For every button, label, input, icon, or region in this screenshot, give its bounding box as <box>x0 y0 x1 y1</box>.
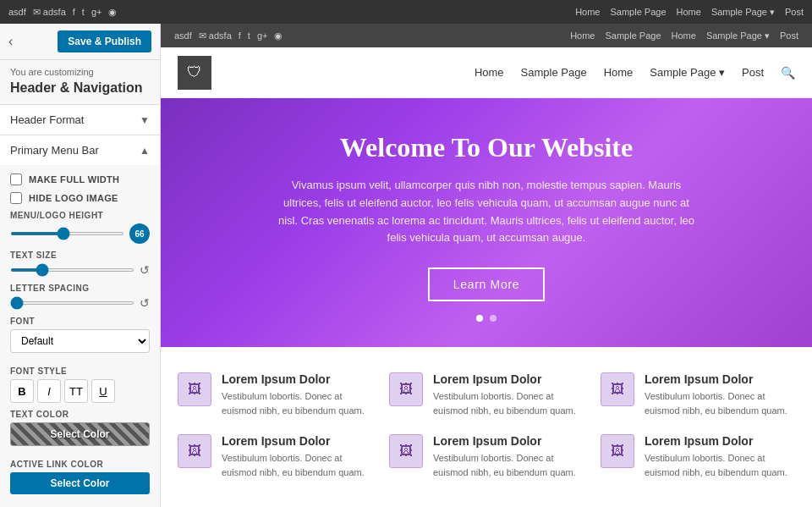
underline-button[interactable]: U <box>91 379 115 403</box>
primary-menu-bar-toggle[interactable]: Primary Menu Bar ▲ <box>0 135 160 165</box>
site-top-bar-left: asdf ✉ adsfa f t g+ ◉ <box>174 30 283 41</box>
feature-item-5: 🖼 Lorem Ipsum Dolor Vestibulum lobortis.… <box>389 434 584 479</box>
font-select[interactable]: Default <box>10 329 150 353</box>
feature-title-5: Lorem Ipsum Dolor <box>433 434 584 448</box>
feature-desc-1: Vestibulum lobortis. Donec at euismod ni… <box>222 389 372 417</box>
main-layout: ‹ Save & Publish You are customizing Hea… <box>0 24 812 507</box>
nav-home[interactable]: Home <box>475 66 504 79</box>
header-format-section: Header Format ▼ <box>0 104 160 135</box>
text-color-button[interactable]: Select Color <box>10 422 150 446</box>
site-logo: 🛡 <box>178 56 211 90</box>
hero-title: Welcome To Our Website <box>340 132 633 163</box>
admin-site-name: asdf <box>8 7 26 17</box>
sidebar-header: ‹ Save & Publish <box>0 24 160 60</box>
admin-nav-home2: Home <box>677 7 701 17</box>
feature-title-2: Lorem Ipsum Dolor <box>433 372 584 386</box>
admin-nav-post: Post <box>785 7 804 17</box>
back-button[interactable]: ‹ <box>8 34 13 49</box>
save-publish-button[interactable]: Save & Publish <box>58 30 151 52</box>
site-nav-bar: 🛡 Home Sample Page Home Sample Page ▾ Po… <box>161 47 812 98</box>
feature-text-6: Lorem Ipsum Dolor Vestibulum lobortis. D… <box>645 434 795 479</box>
nav-sample-page[interactable]: Sample Page <box>521 66 587 79</box>
font-label: FONT <box>10 317 150 326</box>
header-format-toggle[interactable]: Header Format ▼ <box>0 105 160 135</box>
nav-home2[interactable]: Home <box>604 66 634 79</box>
uppercase-button[interactable]: TT <box>64 379 88 403</box>
admin-nav-sample2: Sample Page ▾ <box>711 7 775 18</box>
header-format-label: Header Format <box>10 113 84 126</box>
customizing-label: You are customizing <box>0 60 160 79</box>
hero-dot-2[interactable] <box>490 315 497 322</box>
site-nav-sample: Sample Page <box>605 30 661 41</box>
feature-desc-3: Vestibulum lobortis. Donec at euismod ni… <box>645 389 795 417</box>
admin-rss: ◉ <box>108 7 117 18</box>
site-rss: ◉ <box>274 30 283 41</box>
menu-logo-height-row: 66 <box>10 223 150 244</box>
admin-email: ✉ adsfa <box>33 7 66 18</box>
site-nav-home2: Home <box>672 30 696 41</box>
site-tw: t <box>248 30 250 41</box>
text-size-label: TEXT SIZE <box>10 251 150 260</box>
feature-text-2: Lorem Ipsum Dolor Vestibulum lobortis. D… <box>433 372 584 417</box>
feature-desc-2: Vestibulum lobortis. Donec at euismod ni… <box>433 389 584 417</box>
primary-menu-bar-arrow: ▲ <box>140 145 150 157</box>
make-full-width-row: MAKE FULL WIDTH <box>10 174 150 185</box>
feature-text-4: Lorem Ipsum Dolor Vestibulum lobortis. D… <box>222 434 372 479</box>
hide-logo-checkbox[interactable] <box>10 192 22 204</box>
admin-nav-home: Home <box>575 7 600 17</box>
site-nav-sample2: Sample Page ▾ <box>706 30 770 41</box>
site-nav-post: Post <box>780 30 798 41</box>
preview-area: asdf ✉ adsfa f t g+ ◉ Home Sample Page H… <box>161 24 812 507</box>
text-size-reset[interactable]: ↺ <box>140 263 150 277</box>
make-full-width-checkbox[interactable] <box>10 174 22 185</box>
site-top-bar-right: Home Sample Page Home Sample Page ▾ Post <box>570 30 798 41</box>
feature-desc-4: Vestibulum lobortis. Donec at euismod ni… <box>222 451 372 479</box>
text-size-row: ↺ <box>10 263 150 277</box>
primary-menu-bar-content: MAKE FULL WIDTH HIDE LOGO IMAGE MENU/LOG… <box>0 165 160 507</box>
site-top-bar: asdf ✉ adsfa f t g+ ◉ Home Sample Page H… <box>161 24 812 47</box>
make-full-width-label: MAKE FULL WIDTH <box>29 174 119 185</box>
active-link-color-label: ACTIVE LINK COLOR <box>10 460 150 469</box>
admin-twitter: t <box>82 7 85 17</box>
italic-button[interactable]: I <box>37 379 61 403</box>
admin-bar-left: asdf ✉ adsfa f t g+ ◉ <box>8 7 117 18</box>
feature-desc-5: Vestibulum lobortis. Donec at euismod ni… <box>433 451 584 479</box>
text-size-slider[interactable] <box>10 268 134 272</box>
site-email: ✉ adsfa <box>199 30 232 41</box>
font-style-row: B I TT U <box>10 379 150 403</box>
letter-spacing-row: ↺ <box>10 296 150 310</box>
primary-menu-bar-section: Primary Menu Bar ▲ MAKE FULL WIDTH HIDE … <box>0 135 160 507</box>
font-style-label: FONT STYLE <box>10 366 150 376</box>
feature-item-6: 🖼 Lorem Ipsum Dolor Vestibulum lobortis.… <box>601 434 795 479</box>
hero-dots <box>476 315 497 322</box>
hero-section: Welcome To Our Website Vivamus ipsum vel… <box>161 98 812 347</box>
hero-dot-1[interactable] <box>476 315 483 322</box>
menu-logo-height-slider[interactable] <box>10 232 124 235</box>
admin-bar-right: Home Sample Page Home Sample Page ▾ Post <box>575 7 804 18</box>
site-nav-home: Home <box>570 30 595 41</box>
feature-desc-6: Vestibulum lobortis. Donec at euismod ni… <box>645 451 795 479</box>
feature-item-3: 🖼 Lorem Ipsum Dolor Vestibulum lobortis.… <box>601 372 795 417</box>
feature-item-4: 🖼 Lorem Ipsum Dolor Vestibulum lobortis.… <box>178 434 372 479</box>
feature-text-3: Lorem Ipsum Dolor Vestibulum lobortis. D… <box>645 372 795 417</box>
admin-facebook: f <box>73 7 75 17</box>
nav-sample-page2[interactable]: Sample Page ▾ <box>650 66 725 79</box>
feature-title-1: Lorem Ipsum Dolor <box>222 372 372 386</box>
search-icon[interactable]: 🔍 <box>781 66 795 80</box>
letter-spacing-reset[interactable]: ↺ <box>140 296 150 310</box>
site-nav-links: Home Sample Page Home Sample Page ▾ Post… <box>475 66 795 80</box>
header-format-arrow: ▼ <box>140 114 150 126</box>
site-name: asdf <box>174 30 192 41</box>
feature-text-1: Lorem Ipsum Dolor Vestibulum lobortis. D… <box>222 372 372 417</box>
feature-text-5: Lorem Ipsum Dolor Vestibulum lobortis. D… <box>433 434 584 479</box>
menu-logo-height-label: MENU/LOGO HEIGHT <box>10 211 150 220</box>
menu-logo-height-value: 66 <box>129 223 150 244</box>
learn-more-button[interactable]: Learn More <box>428 267 546 301</box>
feature-item-1: 🖼 Lorem Ipsum Dolor Vestibulum lobortis.… <box>178 372 372 417</box>
bold-button[interactable]: B <box>10 379 34 403</box>
nav-post[interactable]: Post <box>742 66 764 79</box>
letter-spacing-slider[interactable] <box>10 301 134 305</box>
active-link-color-button[interactable]: Select Color <box>10 472 150 494</box>
feature-title-4: Lorem Ipsum Dolor <box>222 434 372 448</box>
site-gplus: g+ <box>257 30 268 41</box>
